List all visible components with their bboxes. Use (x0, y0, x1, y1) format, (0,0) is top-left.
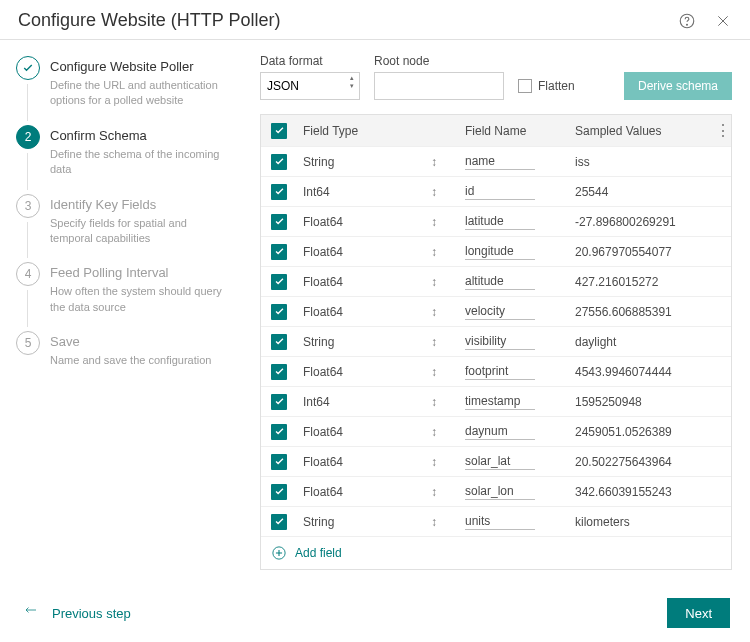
field-name-cell[interactable]: latitude (459, 210, 569, 234)
row-checkbox[interactable] (271, 334, 287, 350)
field-name-cell[interactable]: name (459, 150, 569, 174)
sampled-value: iss (569, 151, 709, 173)
dialog: Configure Website (HTTP Poller) Configur… (0, 0, 750, 642)
footer: Previous step Next (0, 584, 750, 642)
data-format-select[interactable] (260, 72, 360, 100)
step-1[interactable]: Configure Website PollerDefine the URL a… (16, 56, 230, 119)
field-name-cell[interactable]: daynum (459, 420, 569, 444)
table-row: String↕nameiss (261, 147, 731, 177)
field-name-cell[interactable]: units (459, 510, 569, 534)
step-5[interactable]: 5SaveName and save the configuration (16, 331, 230, 378)
field-type-cell[interactable]: Float64↕ (297, 361, 459, 383)
field-type-value: Float64 (303, 485, 343, 499)
field-type-cell[interactable]: String↕ (297, 151, 459, 173)
field-type-value: Float64 (303, 305, 343, 319)
row-checkbox[interactable] (271, 454, 287, 470)
close-icon[interactable] (714, 12, 732, 30)
row-checkbox[interactable] (271, 274, 287, 290)
add-field-button[interactable]: Add field (261, 537, 731, 569)
step-badge: 4 (16, 262, 40, 286)
next-button[interactable]: Next (667, 598, 730, 628)
sort-icon: ↕ (431, 189, 437, 195)
field-type-cell[interactable]: String↕ (297, 511, 459, 533)
header-sampled[interactable]: Sampled Values (569, 118, 709, 144)
sampled-value: -27.896800269291 (569, 211, 709, 233)
field-name-value: solar_lat (465, 454, 535, 470)
field-name-value: altitude (465, 274, 535, 290)
main-panel: Data format Root node Flatten Derive sch… (246, 40, 750, 642)
field-type-value: Float64 (303, 245, 343, 259)
field-type-cell[interactable]: Float64↕ (297, 481, 459, 503)
titlebar: Configure Website (HTTP Poller) (0, 0, 750, 39)
field-name-cell[interactable]: longitude (459, 240, 569, 264)
field-type-cell[interactable]: Int64↕ (297, 391, 459, 413)
row-checkbox[interactable] (271, 394, 287, 410)
field-type-cell[interactable]: Float64↕ (297, 421, 459, 443)
controls-row: Data format Root node Flatten Derive sch… (260, 54, 732, 100)
step-desc: Name and save the configuration (50, 353, 211, 368)
field-name-cell[interactable]: id (459, 180, 569, 204)
table-menu-icon[interactable]: ⋮ (709, 115, 731, 146)
header-field-type[interactable]: Field Type (297, 118, 459, 144)
step-title: Identify Key Fields (50, 197, 230, 212)
row-checkbox[interactable] (271, 364, 287, 380)
field-name-cell[interactable]: solar_lon (459, 480, 569, 504)
field-type-value: String (303, 515, 334, 529)
derive-schema-button[interactable]: Derive schema (624, 72, 732, 100)
sampled-value: 20.967970554077 (569, 241, 709, 263)
step-4[interactable]: 4Feed Polling IntervalHow often the syst… (16, 262, 230, 325)
table-row: String↕unitskilometers (261, 507, 731, 537)
row-checkbox[interactable] (271, 424, 287, 440)
data-format-label: Data format (260, 54, 360, 68)
sampled-value: 4543.9946074444 (569, 361, 709, 383)
sort-icon: ↕ (431, 399, 437, 405)
previous-step-button[interactable]: Previous step (20, 606, 131, 621)
row-checkbox[interactable] (271, 304, 287, 320)
field-type-value: String (303, 335, 334, 349)
root-node-input[interactable] (374, 72, 504, 100)
field-name-cell[interactable]: footprint (459, 360, 569, 384)
row-checkbox[interactable] (271, 184, 287, 200)
table-row: Float64↕footprint4543.9946074444 (261, 357, 731, 387)
header-field-name[interactable]: Field Name (459, 118, 569, 144)
field-type-cell[interactable]: Float64↕ (297, 301, 459, 323)
step-desc: Specify fields for spatial and temporal … (50, 216, 230, 247)
field-name-cell[interactable]: velocity (459, 300, 569, 324)
row-checkbox[interactable] (271, 154, 287, 170)
field-type-cell[interactable]: Float64↕ (297, 271, 459, 293)
sampled-value: daylight (569, 331, 709, 353)
step-3[interactable]: 3Identify Key FieldsSpecify fields for s… (16, 194, 230, 257)
flatten-checkbox[interactable] (518, 79, 532, 93)
flatten-label: Flatten (538, 79, 575, 93)
sort-icon: ↕ (431, 309, 437, 315)
field-name-cell[interactable]: timestamp (459, 390, 569, 414)
sampled-value: 20.502275643964 (569, 451, 709, 473)
row-checkbox[interactable] (271, 214, 287, 230)
step-2[interactable]: 2Confirm SchemaDefine the schema of the … (16, 125, 230, 188)
field-name-value: timestamp (465, 394, 535, 410)
dialog-title: Configure Website (HTTP Poller) (18, 10, 280, 31)
table-row: Float64↕solar_lon342.66039155243 (261, 477, 731, 507)
field-name-value: footprint (465, 364, 535, 380)
header-checkbox-cell (261, 117, 297, 145)
row-checkbox[interactable] (271, 244, 287, 260)
sort-icon: ↕ (431, 219, 437, 225)
sampled-value: 27556.606885391 (569, 301, 709, 323)
sort-icon: ↕ (431, 249, 437, 255)
field-type-cell[interactable]: Float64↕ (297, 241, 459, 263)
row-checkbox[interactable] (271, 514, 287, 530)
row-checkbox[interactable] (271, 484, 287, 500)
sampled-value: kilometers (569, 511, 709, 533)
field-name-cell[interactable]: altitude (459, 270, 569, 294)
field-type-cell[interactable]: Int64↕ (297, 181, 459, 203)
sampled-value: 342.66039155243 (569, 481, 709, 503)
help-icon[interactable] (678, 12, 696, 30)
field-type-cell[interactable]: Float64↕ (297, 211, 459, 233)
field-type-cell[interactable]: Float64↕ (297, 451, 459, 473)
field-type-value: Float64 (303, 425, 343, 439)
select-all-checkbox[interactable] (271, 123, 287, 139)
field-name-cell[interactable]: solar_lat (459, 450, 569, 474)
field-type-cell[interactable]: String↕ (297, 331, 459, 353)
sort-icon: ↕ (431, 279, 437, 285)
field-name-cell[interactable]: visibility (459, 330, 569, 354)
